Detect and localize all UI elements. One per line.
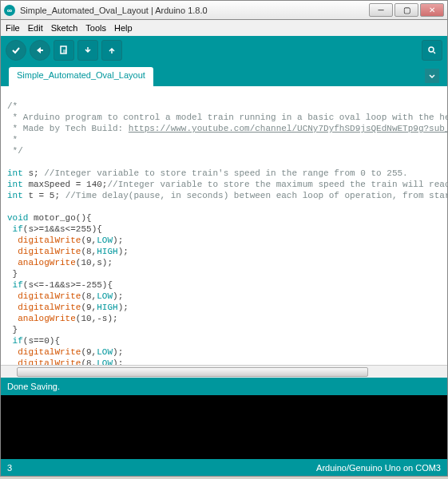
status-message: Done Saving.	[7, 382, 60, 391]
menu-file[interactable]: File	[6, 23, 20, 33]
tab-main[interactable]: Simple_Automated_Oval_Layout	[9, 67, 153, 86]
footer-bar: 3 Arduino/Genuino Uno on COM3	[0, 459, 448, 477]
console-output[interactable]	[0, 395, 448, 459]
toolbar	[0, 36, 448, 64]
tab-bar: Simple_Automated_Oval_Layout	[0, 64, 448, 86]
upload-button[interactable]	[30, 40, 50, 61]
open-button[interactable]	[77, 40, 98, 61]
horizontal-scrollbar[interactable]	[1, 365, 447, 378]
status-bar: Done Saving.	[0, 378, 448, 395]
code-content[interactable]: /* * Arduino program to control a model …	[1, 86, 447, 378]
board-info: Arduino/Genuino Uno on COM3	[316, 463, 441, 473]
tab-menu-button[interactable]	[425, 69, 439, 83]
serial-monitor-button[interactable]	[422, 40, 442, 61]
close-button[interactable]: ✕	[420, 3, 444, 17]
code-editor[interactable]: /* * Arduino program to control a model …	[0, 86, 448, 378]
menu-bar: File Edit Sketch Tools Help	[0, 20, 448, 36]
menu-sketch[interactable]: Sketch	[51, 23, 78, 33]
minimize-button[interactable]: ─	[369, 3, 393, 17]
new-button[interactable]	[54, 40, 74, 61]
save-button[interactable]	[101, 40, 122, 61]
menu-help[interactable]: Help	[114, 23, 133, 33]
svg-point-1	[429, 47, 434, 52]
arduino-icon: ∞	[4, 5, 15, 16]
title-bar: ∞ Simple_Automated_Oval_Layout | Arduino…	[0, 0, 448, 20]
scrollbar-thumb[interactable]	[17, 367, 368, 377]
menu-tools[interactable]: Tools	[85, 23, 106, 33]
line-number: 3	[7, 463, 12, 473]
menu-edit[interactable]: Edit	[28, 23, 43, 33]
window-title: Simple_Automated_Oval_Layout | Arduino 1…	[20, 6, 369, 15]
maximize-button[interactable]: ▢	[394, 3, 418, 17]
verify-button[interactable]	[6, 40, 26, 61]
